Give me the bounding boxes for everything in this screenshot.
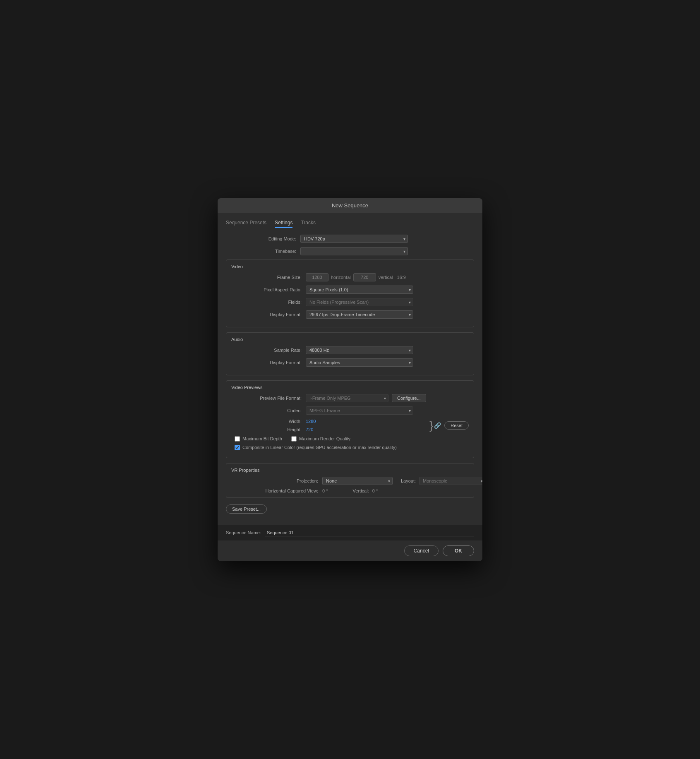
ok-button[interactable]: OK [443, 545, 474, 556]
pixel-aspect-row: Pixel Aspect Ratio: Square Pixels (1.0) [231, 286, 469, 294]
height-row: Height: 720 [231, 427, 425, 432]
timebase-select[interactable]: 29.97 frames/second [300, 247, 408, 255]
sample-rate-select-wrapper: 48000 Hz [306, 346, 413, 354]
max-bit-depth-label[interactable]: Maximum Bit Depth [242, 436, 282, 441]
bottom-buttons: Cancel OK [218, 540, 482, 561]
aspect-ratio-label: 16:9 [397, 275, 406, 280]
fields-select-wrapper: No Fields (Progressive Scan) [306, 298, 413, 306]
video-display-format-label: Display Format: [231, 312, 306, 317]
wh-inputs: Width: 1280 Height: 720 [231, 419, 425, 432]
vr-horizontal-value: 0 ° [322, 488, 328, 493]
vr-layout-select: Monoscopic [419, 477, 482, 485]
height-label: Height: [231, 427, 306, 432]
sample-rate-row: Sample Rate: 48000 Hz [231, 346, 469, 354]
vr-vertical-container: Vertical: 0 ° [353, 488, 378, 493]
reset-button[interactable]: Reset [444, 421, 469, 430]
width-row: Width: 1280 [231, 419, 425, 424]
cancel-button[interactable]: Cancel [404, 545, 439, 556]
sequence-name-input[interactable] [265, 529, 474, 536]
editing-mode-label: Editing Mode: [226, 236, 300, 241]
width-label: Width: [231, 419, 306, 424]
video-previews-title: Video Previews [231, 385, 469, 390]
frame-width-input[interactable] [306, 273, 328, 281]
editing-mode-row: Editing Mode: HDV 720p [226, 235, 474, 243]
editing-mode-select[interactable]: HDV 720p [300, 235, 408, 243]
new-sequence-dialog: New Sequence Sequence Presets Settings T… [218, 198, 482, 561]
vr-properties-section: VR Properties Projection: None Layout: M… [226, 463, 474, 498]
fields-label: Fields: [231, 300, 306, 305]
composite-checkbox[interactable] [235, 445, 240, 450]
horizontal-label: horizontal [331, 275, 351, 280]
sequence-name-row: Sequence Name: [218, 525, 482, 540]
vr-properties-title: VR Properties [231, 468, 469, 473]
max-bit-depth-checkbox[interactable] [235, 436, 240, 442]
composite-label[interactable]: Composite in Linear Color (requires GPU … [242, 445, 397, 450]
video-display-format-row: Display Format: 29.97 fps Drop-Frame Tim… [231, 310, 469, 319]
link-icon: 🔗 [434, 422, 441, 429]
max-bit-depth-row: Maximum Bit Depth Maximum Render Quality [231, 436, 469, 442]
frame-size-label: Frame Size: [231, 275, 306, 280]
video-display-format-wrapper: 29.97 fps Drop-Frame Timecode [306, 310, 413, 319]
save-preset-button[interactable]: Save Preset... [226, 504, 267, 514]
fields-select: No Fields (Progressive Scan) [306, 298, 413, 306]
codec-row: Codec: MPEG I-Frame [231, 406, 469, 415]
preview-format-select: I-Frame Only MPEG [306, 394, 388, 402]
sample-rate-select[interactable]: 48000 Hz [306, 346, 413, 354]
video-section-title: Video [231, 264, 469, 269]
vr-layout-container: Layout: Monoscopic [401, 477, 482, 485]
vr-layout-select-wrapper: Monoscopic [419, 477, 482, 485]
tab-sequence-presets[interactable]: Sequence Presets [226, 220, 266, 228]
sequence-name-label: Sequence Name: [226, 530, 261, 535]
frame-size-row: Frame Size: horizontal vertical 16:9 [231, 273, 469, 281]
codec-select: MPEG I-Frame [306, 406, 413, 415]
vr-projection-select-wrapper: None [322, 477, 393, 485]
vr-vertical-label: Vertical: [353, 488, 369, 493]
pixel-aspect-select[interactable]: Square Pixels (1.0) [306, 286, 413, 294]
vr-projection-layout-row: Projection: None Layout: Monoscopic [231, 477, 469, 485]
preview-format-select-wrapper: I-Frame Only MPEG [306, 394, 388, 402]
width-value: 1280 [306, 419, 316, 424]
pixel-aspect-label: Pixel Aspect Ratio: [231, 287, 306, 292]
tab-settings[interactable]: Settings [275, 220, 292, 228]
dialog-body: Sequence Presets Settings Tracks Editing… [218, 213, 482, 525]
audio-display-format-label: Display Format: [231, 360, 306, 365]
width-height-container: Width: 1280 Height: 720 } 🔗 Reset [231, 419, 469, 432]
bracket-icon: } [429, 420, 433, 431]
audio-display-format-row: Display Format: Audio Samples [231, 358, 469, 367]
timebase-label: Timebase: [226, 249, 300, 254]
video-section: Video Frame Size: horizontal vertical 16… [226, 259, 474, 327]
vr-projection-select[interactable]: None [322, 477, 393, 485]
height-value: 720 [306, 427, 313, 432]
title-bar: New Sequence [218, 198, 482, 213]
max-render-quality-label[interactable]: Maximum Render Quality [299, 436, 350, 441]
audio-display-format-select[interactable]: Audio Samples [306, 358, 413, 367]
vertical-label: vertical [379, 275, 393, 280]
vr-projection-label: Projection: [231, 478, 322, 483]
frame-height-input[interactable] [353, 273, 376, 281]
codec-label: Codec: [231, 408, 306, 413]
editing-mode-select-wrapper: HDV 720p [300, 235, 408, 243]
video-display-format-select[interactable]: 29.97 fps Drop-Frame Timecode [306, 310, 413, 319]
save-preset-container: Save Preset... [226, 503, 474, 514]
max-render-quality-checkbox[interactable] [291, 436, 297, 442]
preview-format-label: Preview File Format: [231, 396, 306, 401]
fields-row: Fields: No Fields (Progressive Scan) [231, 298, 469, 306]
frame-size-inputs: horizontal vertical 16:9 [306, 273, 406, 281]
tabs-container: Sequence Presets Settings Tracks [226, 220, 474, 228]
sample-rate-label: Sample Rate: [231, 348, 306, 353]
vr-angles-row: Horizontal Captured View: 0 ° Vertical: … [231, 488, 469, 493]
tab-tracks[interactable]: Tracks [301, 220, 316, 228]
configure-button[interactable]: Configure... [392, 394, 426, 402]
audio-section: Audio Sample Rate: 48000 Hz Display Form… [226, 332, 474, 375]
codec-select-wrapper: MPEG I-Frame [306, 406, 413, 415]
audio-section-title: Audio [231, 337, 469, 342]
bracket-link-reset: } 🔗 Reset [429, 419, 469, 432]
video-previews-section: Video Previews Preview File Format: I-Fr… [226, 380, 474, 458]
pixel-aspect-select-wrapper: Square Pixels (1.0) [306, 286, 413, 294]
audio-display-format-wrapper: Audio Samples [306, 358, 413, 367]
dialog-title: New Sequence [332, 202, 368, 209]
composite-row: Composite in Linear Color (requires GPU … [231, 445, 469, 450]
timebase-row: Timebase: 29.97 frames/second [226, 247, 474, 255]
vr-vertical-value: 0 ° [372, 488, 378, 493]
timebase-select-wrapper: 29.97 frames/second [300, 247, 408, 255]
